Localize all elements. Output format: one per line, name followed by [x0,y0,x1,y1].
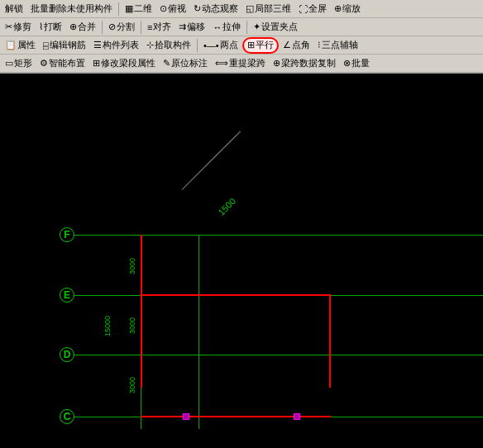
axis-label-e: E [60,288,74,303]
orbit-icon: ↻ [194,3,201,14]
red-col-left [141,235,142,388]
btn-fullscreen[interactable]: ⛶ 全屏 [295,1,330,17]
angle-icon: ∠ [283,40,291,50]
sep3 [141,21,141,34]
beam-prop-icon: ⊞ [93,58,100,69]
pick-icon: ⊹ [146,40,154,50]
btn-annotation[interactable]: ✎ 原位标注 [160,55,211,72]
btn-stretch[interactable]: ↔ 拉伸 [209,19,244,36]
offset-icon: ⇉ [179,21,186,32]
btn-beam-prop[interactable]: ⊞ 修改梁段属性 [89,55,159,72]
btn-beam-copy[interactable]: ⊕ 梁跨数据复制 [270,55,339,72]
btn-offset[interactable]: ⇉ 偏移 [175,19,208,36]
grip-icon: ✦ [253,21,261,32]
annotation-icon: ✎ [163,58,170,69]
toolbar-row-3: 📋 属性 ⌸ 编辑钢筋 ☰ 构件列表 ⊹ 拾取构件 •—• 两点 ⊞ 平行 ∠ … [0,36,483,55]
red-beam-c [141,416,331,417]
red-beam-e [141,294,331,296]
btn-property[interactable]: 📋 属性 [2,37,39,54]
btn-two-point[interactable]: •—• 两点 [200,37,242,54]
btn-2d[interactable]: ▦ 二维 [122,1,155,17]
toolbar-area: 解锁 批量删除未使用构件 ▦ 二维 ⊙ 俯视 ↻ 动态观察 ◱ 局部三维 ⛶ 全… [0,0,483,74]
dim-3000-4: 3000 [128,419,140,429]
merge-icon: ⊕ [69,21,77,32]
btn-beam-span[interactable]: ⟺ 重提梁跨 [212,55,269,72]
grid-line-f [74,235,483,236]
btn-3d-local[interactable]: ◱ 局部三维 [242,1,294,17]
sep5 [197,39,198,52]
axis-label-f: F [60,227,74,242]
dim-label-1500: 1500 [216,196,237,217]
toolbar-row-1: 解锁 批量删除未使用构件 ▦ 二维 ⊙ 俯视 ↻ 动态观察 ◱ 局部三维 ⛶ 全… [0,0,483,18]
btn-component-list[interactable]: ☰ 构件列表 [90,37,142,54]
btn-batch[interactable]: ⊗ 批量 [340,55,373,72]
dim-15000: 15000 [103,235,115,417]
btn-zoom[interactable]: ⊕ 缩放 [331,1,364,17]
stretch-icon: ↔ [213,22,222,32]
cad-canvas[interactable]: 1500 F E D C 3000 3000 3000 15000 3000 [0,74,483,429]
grid-line-d [74,355,483,355]
property-icon: 📋 [5,40,17,50]
node-2 [294,413,300,420]
axis-label-d: D [60,347,74,362]
toolbar-row-4: ▭ 矩形 ⚙ 智能布置 ⊞ 修改梁段属性 ✎ 原位标注 ⟺ 重提梁跨 ⊕ 梁跨数… [0,55,483,73]
rebar-icon: ⌸ [43,41,49,50]
list-icon: ☰ [93,40,102,50]
fullscreen-icon: ⛶ [299,4,308,14]
btn-top-view[interactable]: ⊙ 俯视 [156,1,189,17]
parallel-icon: ⊞ [247,40,255,50]
two-point-icon: •—• [203,41,219,50]
split-icon: ⊘ [108,21,116,32]
btn-point-angle[interactable]: ∠ 点角 [280,37,313,54]
beam-span-icon: ⟺ [215,58,228,69]
btn-parallel[interactable]: ⊞ 平行 [242,37,279,54]
diagonal-line [182,131,241,189]
btn-rebar[interactable]: ⌸ 编辑钢筋 [40,37,89,54]
btn-rect[interactable]: ▭ 矩形 [2,55,36,72]
2d-icon: ▦ [125,3,133,14]
btn-pick[interactable]: ⊹ 拾取构件 [143,37,194,54]
sep1 [118,2,119,16]
beam-copy-icon: ⊕ [273,58,280,69]
btn-merge[interactable]: ⊕ 合并 [66,19,99,36]
topview-icon: ⊙ [160,3,167,14]
smart-icon: ⚙ [40,58,48,69]
zoom-icon: ⊕ [334,3,342,14]
btn-split[interactable]: ⊘ 分割 [105,19,138,36]
node-1 [183,413,189,420]
dim-3000-3: 3000 [128,358,140,412]
dim-3000-2: 3000 [128,298,140,352]
btn-orbit[interactable]: ↻ 动态观察 [190,1,242,17]
btn-grip[interactable]: ✦ 设置夹点 [250,19,301,36]
three-point-icon: ⁝ [318,40,321,50]
sep2 [102,21,103,34]
rect-icon: ▭ [5,58,13,69]
axis-label-c: C [60,409,74,424]
dim-3000-1: 3000 [128,239,140,293]
btn-trim[interactable]: ✂ 修剪 [2,19,35,36]
toolbar-row-2: ✂ 修剪 ⌇ 打断 ⊕ 合并 ⊘ 分割 ≡ 对齐 ⇉ 偏移 ↔ 拉伸 [0,18,483,36]
sep4 [246,21,247,34]
break-icon: ⌇ [39,21,43,32]
trim-icon: ✂ [5,21,12,32]
btn-smart-layout[interactable]: ⚙ 智能布置 [36,55,88,72]
batch-icon: ⊗ [343,58,351,69]
btn-align[interactable]: ≡ 对齐 [144,19,175,36]
red-col-right [329,294,331,388]
grid-col-2 [198,235,199,429]
btn-three-point[interactable]: ⁝ 三点辅轴 [314,37,361,54]
btn-break[interactable]: ⌇ 打断 [36,19,65,36]
btn-unlock[interactable]: 解锁 [2,1,26,17]
align-icon: ≡ [147,22,152,32]
btn-batch-delete[interactable]: 批量删除未使用构件 [27,1,116,17]
3d-icon: ◱ [246,3,254,14]
